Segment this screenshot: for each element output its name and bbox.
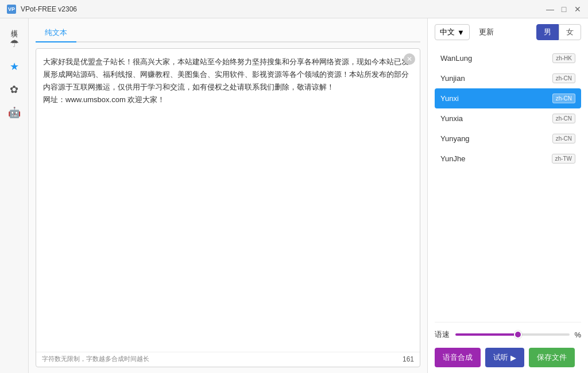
voice-badge: zh-CN xyxy=(552,73,575,83)
speed-percent: % xyxy=(574,331,581,339)
voice-item-yunjian[interactable]: Yunjian zh-CN xyxy=(435,68,581,88)
voice-badge: zh-HK xyxy=(552,53,575,63)
footer-hint: 字符数无限制，字数越多合成时间越长 xyxy=(42,355,149,363)
synthesize-button[interactable]: 语音合成 xyxy=(435,348,481,367)
voice-badge: zh-CN xyxy=(552,134,575,143)
language-dropdown[interactable]: 中文 ▼ xyxy=(435,24,470,40)
play-icon: ▶ xyxy=(510,353,516,362)
voice-name: WanLung xyxy=(440,54,472,63)
minimize-button[interactable]: — xyxy=(547,6,554,13)
male-gender-button[interactable]: 男 xyxy=(536,24,559,40)
speed-slider[interactable] xyxy=(455,333,570,336)
app-title: VPot-FREE v2306 xyxy=(21,5,547,13)
top-controls: 中文 ▼ 更新 男 女 xyxy=(435,24,581,40)
main-text-input[interactable]: 大家好我是优盟盒子站长！很高兴大家，本站建站至今始终努力坚持搜集和分享各种网络资… xyxy=(36,49,420,352)
voice-item-yunxia[interactable]: Yunxia zh-CN xyxy=(435,108,581,129)
tab-bar: 纯文本 xyxy=(36,24,420,42)
save-file-button[interactable]: 保存文件 xyxy=(529,348,575,367)
dropdown-arrow-icon: ▼ xyxy=(457,28,465,37)
textarea-footer: 字符数无限制，字数越多合成时间越长 161 xyxy=(36,352,420,367)
speed-row: 语速 % xyxy=(435,322,581,342)
gender-buttons: 男 女 xyxy=(536,24,581,40)
sidebar-icon-aperture[interactable]: ✿ xyxy=(4,79,25,100)
lang-label: 中文 xyxy=(440,27,455,37)
tab-plain-text[interactable]: 纯文本 xyxy=(36,24,76,42)
speed-label: 语速 xyxy=(435,329,451,340)
action-buttons: 语音合成 试听 ▶ 保存文件 xyxy=(435,348,581,367)
main-layout: 模块 ☂ ★ ✿ 🤖 纯文本 ✕ 大家好我是优盟盒子站长！很高兴大家，本站建站至… xyxy=(0,18,588,373)
voice-name: YunJhe xyxy=(440,154,465,163)
voice-item-yunyang[interactable]: Yunyang zh-CN xyxy=(435,129,581,149)
voice-name: Yunxi xyxy=(440,94,459,103)
clear-text-button[interactable]: ✕ xyxy=(404,53,415,65)
maximize-button[interactable]: □ xyxy=(560,6,567,13)
voice-list: WanLung zh-HK Yunjian zh-CN Yunxi zh-CN … xyxy=(435,48,581,317)
voice-item-yunxi[interactable]: Yunxi zh-CN xyxy=(435,88,581,108)
update-button[interactable]: 更新 xyxy=(474,25,498,40)
sidebar-label: 模块 xyxy=(9,24,19,26)
sidebar: 模块 ☂ ★ ✿ 🤖 xyxy=(0,18,29,373)
voice-badge: zh-CN xyxy=(552,114,575,123)
voice-badge: zh-CN xyxy=(552,94,575,103)
content-area: 纯文本 ✕ 大家好我是优盟盒子站长！很高兴大家，本站建站至今始终努力坚持搜集和分… xyxy=(29,18,427,373)
sidebar-icon-umbrella[interactable]: ☂ xyxy=(4,33,25,54)
preview-label: 试听 xyxy=(493,352,508,363)
window-controls: — □ ✕ xyxy=(547,6,581,13)
preview-button[interactable]: 试听 ▶ xyxy=(485,348,524,367)
female-gender-button[interactable]: 女 xyxy=(559,24,581,40)
right-panel: 中文 ▼ 更新 男 女 WanLung zh-HK Yunjian zh-CN … xyxy=(427,18,588,373)
sidebar-icon-star[interactable]: ★ xyxy=(4,56,25,77)
voice-badge: zh-TW xyxy=(552,154,575,164)
sidebar-icon-robot[interactable]: 🤖 xyxy=(4,102,25,123)
voice-name: Yunxia xyxy=(440,114,463,123)
textarea-container: ✕ 大家好我是优盟盒子站长！很高兴大家，本站建站至今始终努力坚持搜集和分享各种网… xyxy=(36,48,420,367)
titlebar: VP VPot-FREE v2306 — □ ✕ xyxy=(0,0,588,18)
voice-name: Yunyang xyxy=(440,134,470,143)
char-count: 161 xyxy=(403,355,414,363)
voice-name: Yunjian xyxy=(440,74,465,83)
voice-item-wanlung[interactable]: WanLung zh-HK xyxy=(435,48,581,68)
app-icon: VP xyxy=(7,5,16,14)
close-window-button[interactable]: ✕ xyxy=(574,6,581,13)
voice-item-yunjhe[interactable]: YunJhe zh-TW xyxy=(435,149,581,169)
